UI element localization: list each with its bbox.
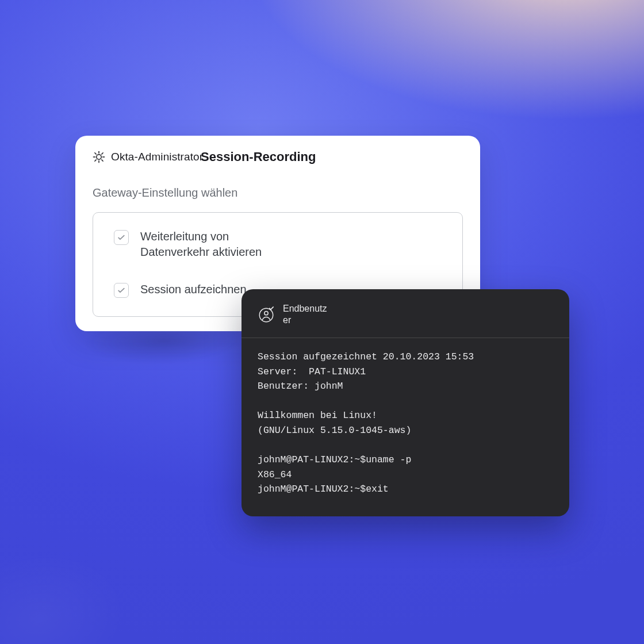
svg-line-8	[95, 160, 96, 161]
decorative-curve	[0, 529, 170, 644]
terminal-card: Endbenutzer Session aufgezeichnet 20.10.…	[241, 289, 569, 516]
svg-line-5	[95, 153, 96, 154]
svg-point-0	[97, 155, 101, 159]
check-icon	[117, 233, 126, 242]
terminal-header: Endbenutzer	[241, 289, 569, 338]
checkbox[interactable]	[114, 230, 129, 245]
card-subtitle: Gateway-Einstellung wählen	[93, 186, 463, 200]
card-title: Session-Recording	[201, 150, 316, 164]
okta-logo-icon	[93, 151, 105, 163]
svg-line-7	[102, 153, 103, 154]
svg-line-6	[102, 160, 103, 161]
checkbox[interactable]	[114, 283, 129, 298]
brand-label: Okta-Administrator	[111, 151, 203, 163]
option-label: Weiterleitung vonDatenverkehr aktivieren	[140, 229, 262, 260]
terminal-title: Endbenutzer	[283, 303, 330, 326]
end-user-icon	[258, 306, 275, 323]
option-traffic-forwarding[interactable]: Weiterleitung vonDatenverkehr aktivieren	[107, 224, 448, 266]
card-header: Okta-Administrator Session-Recording	[93, 151, 463, 174]
svg-point-11	[264, 311, 268, 315]
terminal-output: Session aufgezeichnet 20.10.2023 15:53 S…	[241, 338, 569, 511]
check-icon	[117, 286, 126, 295]
option-label: Session aufzeichnen	[140, 282, 247, 297]
